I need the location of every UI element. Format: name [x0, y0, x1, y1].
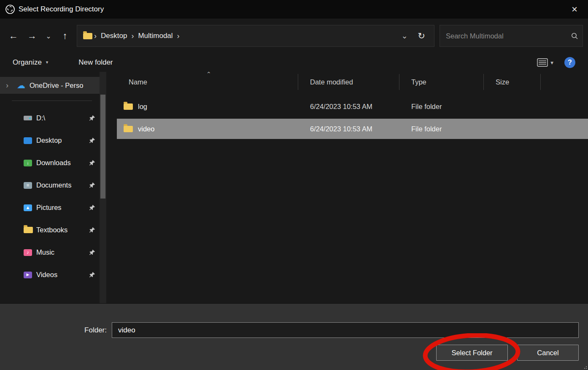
drive-icon: [24, 116, 32, 120]
column-label: Type: [411, 78, 426, 86]
file-name-cell: log: [117, 103, 298, 111]
pin-icon: [89, 204, 95, 211]
column-header-date-modified[interactable]: Date modified: [298, 74, 399, 90]
sidebar-item-label: Desktop: [24, 136, 87, 144]
select-folder-button[interactable]: Select Folder: [436, 345, 508, 361]
file-name: video: [138, 125, 154, 133]
scrollbar-thumb[interactable]: [100, 95, 105, 199]
sidebar-item-onedrive[interactable]: › ☁ OneDrive - Perso: [0, 77, 100, 94]
search-box[interactable]: [440, 25, 583, 47]
pin-icon: [89, 272, 95, 278]
navigation-bar: ← → ⌄ ↑ › Desktop › Multimodal › ⌄ ↻: [0, 19, 588, 53]
navigation-pane: › ☁ OneDrive - Perso D:\ Desktop ↓ Downl…: [0, 72, 100, 303]
column-header-size[interactable]: Size: [484, 74, 541, 90]
sidebar-item-textbooks[interactable]: Textbooks: [0, 219, 100, 241]
list-header: Name ⌃ Date modified Type Size: [117, 72, 588, 92]
sidebar-item-label: Textbooks: [24, 226, 87, 234]
column-header-type[interactable]: Type: [399, 74, 484, 90]
pin-icon: [89, 137, 95, 144]
downloads-icon: ↓: [24, 160, 32, 166]
date-modified-cell: 6/24/2023 10:53 AM: [298, 103, 399, 111]
type-cell: File folder: [399, 125, 484, 133]
sidebar-item-label: OneDrive - Perso: [25, 82, 95, 90]
sidebar-item-downloads[interactable]: ↓ Downloads: [0, 152, 100, 174]
table-row-log[interactable]: log 6/24/2023 10:53 AM File folder: [117, 96, 588, 117]
videos-icon: ▶: [24, 272, 32, 278]
column-label: Size: [496, 78, 509, 86]
breadcrumb-multimodal[interactable]: Multimodal: [135, 32, 175, 40]
pin-icon: [89, 115, 95, 121]
search-icon: [571, 32, 578, 40]
recent-locations-button[interactable]: ⌄: [41, 27, 56, 45]
column-header-name[interactable]: Name ⌃: [117, 74, 298, 90]
dialog-footer: Folder: Select Folder Cancel: [0, 303, 588, 370]
sidebar-item-label: Music: [24, 248, 87, 256]
cancel-button[interactable]: Cancel: [517, 345, 579, 361]
help-button[interactable]: ?: [564, 57, 575, 68]
sidebar-item-pictures[interactable]: ▲ Pictures: [0, 196, 100, 219]
folder-label: Folder:: [0, 326, 112, 335]
obs-logo-icon: [5, 4, 15, 14]
view-options-button[interactable]: ▾: [537, 58, 553, 67]
breadcrumb-desktop[interactable]: Desktop: [98, 32, 129, 40]
organize-caret-icon: ▾: [46, 60, 49, 65]
file-dialog-window: Select Recording Directory × ← → ⌄ ↑ › D…: [0, 0, 588, 370]
column-label: Name: [129, 78, 147, 86]
organize-button[interactable]: Organize ▾: [13, 58, 48, 67]
folder-row: Folder:: [0, 322, 579, 338]
pin-icon: [89, 249, 95, 256]
type-cell: File folder: [399, 103, 484, 111]
breadcrumb-separator: ›: [129, 32, 135, 41]
refresh-button[interactable]: ↻: [413, 27, 430, 44]
column-label: Date modified: [310, 78, 353, 86]
table-row-video[interactable]: video 6/24/2023 10:53 AM File folder: [117, 119, 588, 139]
view-caret-icon: ▾: [550, 60, 553, 66]
sidebar-item-documents[interactable]: ≡ Documents: [0, 174, 100, 196]
breadcrumb-separator: ›: [92, 32, 98, 41]
dialog-content: › ☁ OneDrive - Perso D:\ Desktop ↓ Downl…: [0, 72, 588, 303]
sidebar-item-label: D:\: [24, 114, 87, 122]
textbooks-folder-icon: [24, 227, 33, 233]
pictures-icon: ▲: [24, 204, 32, 211]
list-view-icon: [537, 58, 548, 67]
address-folder-icon: [83, 33, 92, 39]
new-folder-button[interactable]: New folder: [78, 58, 113, 67]
sidebar-item-music[interactable]: ♪ Music: [0, 241, 100, 264]
folder-icon: [124, 126, 133, 132]
close-button[interactable]: ×: [566, 2, 583, 17]
file-name-cell: video: [117, 125, 298, 133]
command-toolbar: Organize ▾ New folder ▾ ?: [0, 53, 588, 72]
address-dropdown-button[interactable]: ⌄: [396, 27, 413, 44]
sidebar-item-desktop[interactable]: Desktop: [0, 129, 100, 152]
toolbar-right-group: ▾ ?: [537, 57, 575, 68]
expand-chevron-icon[interactable]: ›: [6, 81, 17, 90]
documents-icon: ≡: [24, 182, 32, 189]
sort-ascending-icon: ⌃: [206, 71, 211, 77]
organize-label: Organize: [13, 58, 42, 66]
pin-icon: [89, 182, 95, 188]
onedrive-cloud-icon: ☁: [17, 81, 25, 90]
pin-icon: [89, 227, 95, 233]
title-bar: Select Recording Directory ×: [0, 0, 588, 19]
sidebar-item-label: Pictures: [24, 204, 87, 212]
back-button[interactable]: ←: [4, 27, 23, 45]
folder-name-input[interactable]: [112, 322, 579, 338]
file-rows: log 6/24/2023 10:53 AM File folder video…: [117, 96, 588, 139]
forward-button[interactable]: →: [23, 27, 41, 45]
sidebar-scrollbar[interactable]: [100, 72, 106, 303]
sidebar-item-videos[interactable]: ▶ Videos: [0, 264, 100, 286]
search-input[interactable]: [446, 32, 571, 40]
sidebar-item-label: Documents: [24, 181, 87, 189]
sidebar-item-label: Downloads: [24, 159, 87, 167]
breadcrumb-separator: ›: [175, 32, 181, 41]
sidebar-item-drive-d[interactable]: D:\: [0, 107, 100, 129]
window-title: Select Recording Directory: [19, 5, 104, 14]
music-icon: ♪: [24, 249, 32, 256]
file-list-pane: Name ⌃ Date modified Type Size log: [106, 72, 588, 303]
date-modified-cell: 6/24/2023 10:53 AM: [298, 125, 399, 133]
address-bar[interactable]: › Desktop › Multimodal › ⌄ ↻: [77, 25, 434, 47]
up-button[interactable]: ↑: [56, 27, 74, 45]
file-name: log: [138, 103, 147, 111]
sidebar-divider: [12, 101, 92, 101]
dialog-buttons: Select Folder Cancel: [0, 345, 579, 361]
